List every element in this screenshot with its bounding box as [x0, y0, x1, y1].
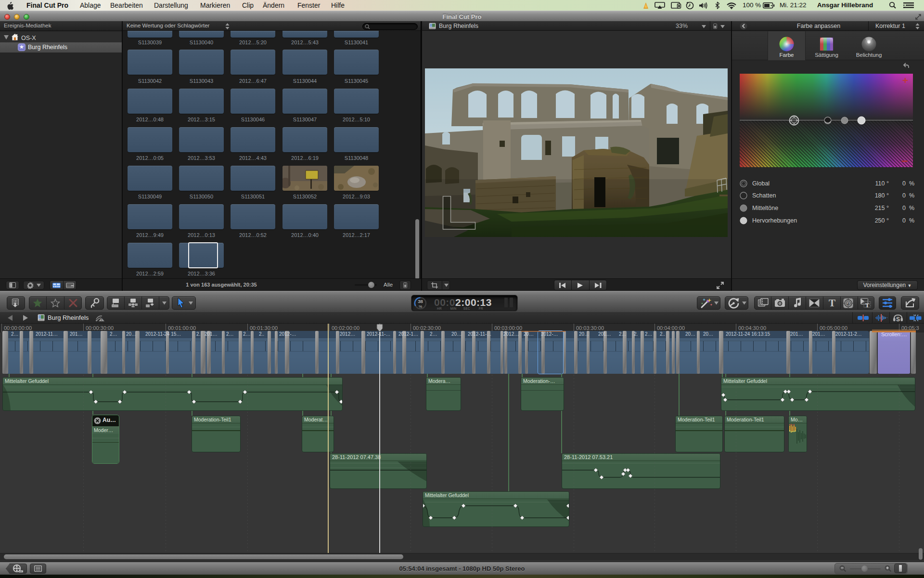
- svg-text:38: 38: [418, 299, 423, 304]
- svg-text:S: S: [896, 316, 900, 323]
- svg-text:T: T: [865, 302, 870, 309]
- svg-text:%: %: [419, 304, 422, 309]
- svg-text:!: !: [101, 318, 102, 321]
- svg-text:2: 2: [847, 302, 849, 306]
